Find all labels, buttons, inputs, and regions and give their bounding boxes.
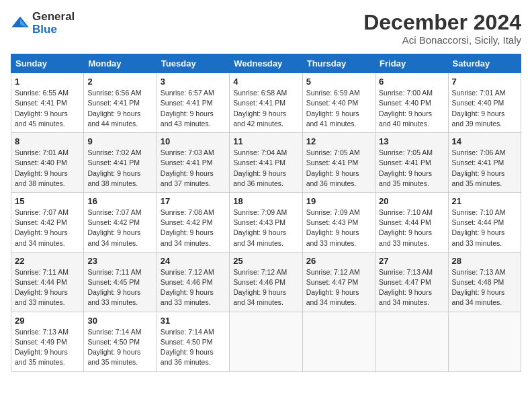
calendar-cell: 29 Sunrise: 7:13 AMSunset: 4:49 PMDaylig… bbox=[11, 312, 84, 371]
day-number: 1 bbox=[15, 77, 80, 87]
day-number: 8 bbox=[15, 136, 80, 146]
day-number: 30 bbox=[87, 316, 152, 326]
day-info: Sunrise: 7:06 AMSunset: 4:41 PMDaylight:… bbox=[452, 148, 517, 189]
calendar-cell: 27 Sunrise: 7:13 AMSunset: 4:47 PMDaylig… bbox=[375, 252, 448, 312]
header-sunday: Sunday bbox=[11, 54, 84, 73]
calendar-cell: 30 Sunrise: 7:14 AMSunset: 4:50 PMDaylig… bbox=[84, 312, 157, 371]
day-info: Sunrise: 7:02 AMSunset: 4:41 PMDaylight:… bbox=[87, 148, 152, 189]
day-number: 15 bbox=[15, 196, 80, 206]
calendar-cell: 28 Sunrise: 7:13 AMSunset: 4:48 PMDaylig… bbox=[448, 252, 521, 312]
calendar-week-5: 29 Sunrise: 7:13 AMSunset: 4:49 PMDaylig… bbox=[11, 312, 521, 371]
day-info: Sunrise: 7:01 AMSunset: 4:40 PMDaylight:… bbox=[15, 148, 80, 189]
day-info: Sunrise: 6:58 AMSunset: 4:41 PMDaylight:… bbox=[233, 88, 298, 129]
day-number: 31 bbox=[161, 316, 226, 326]
calendar-week-1: 1 Sunrise: 6:55 AMSunset: 4:41 PMDayligh… bbox=[11, 73, 521, 133]
day-info: Sunrise: 7:00 AMSunset: 4:40 PMDaylight:… bbox=[379, 88, 444, 129]
day-number: 26 bbox=[306, 256, 371, 266]
day-number: 7 bbox=[452, 77, 517, 87]
calendar-cell: 2 Sunrise: 6:56 AMSunset: 4:41 PMDayligh… bbox=[84, 73, 157, 133]
day-number: 21 bbox=[452, 196, 517, 206]
day-info: Sunrise: 7:07 AMSunset: 4:42 PMDaylight:… bbox=[87, 208, 152, 248]
day-info: Sunrise: 6:59 AMSunset: 4:40 PMDaylight:… bbox=[306, 88, 371, 129]
day-info: Sunrise: 7:05 AMSunset: 4:41 PMDaylight:… bbox=[379, 148, 444, 189]
calendar-subtitle: Aci Bonaccorsi, Sicily, Italy bbox=[363, 34, 521, 46]
day-number: 29 bbox=[15, 316, 80, 326]
calendar-cell: 16 Sunrise: 7:07 AMSunset: 4:42 PMDaylig… bbox=[84, 192, 157, 252]
day-info: Sunrise: 7:12 AMSunset: 4:46 PMDaylight:… bbox=[233, 267, 298, 308]
day-info: Sunrise: 7:14 AMSunset: 4:50 PMDaylight:… bbox=[87, 327, 152, 368]
calendar-cell: 12 Sunrise: 7:05 AMSunset: 4:41 PMDaylig… bbox=[302, 133, 375, 193]
day-info: Sunrise: 7:14 AMSunset: 4:50 PMDaylight:… bbox=[161, 327, 226, 368]
calendar-week-4: 22 Sunrise: 7:11 AMSunset: 4:44 PMDaylig… bbox=[11, 252, 521, 312]
calendar-cell: 9 Sunrise: 7:02 AMSunset: 4:41 PMDayligh… bbox=[84, 133, 157, 193]
calendar-cell: 18 Sunrise: 7:09 AMSunset: 4:43 PMDaylig… bbox=[230, 192, 302, 252]
calendar-cell bbox=[375, 312, 448, 371]
logo: General Blue bbox=[11, 11, 75, 36]
header-saturday: Saturday bbox=[448, 54, 521, 73]
day-number: 20 bbox=[379, 196, 444, 206]
header-wednesday: Wednesday bbox=[230, 54, 302, 73]
day-info: Sunrise: 7:13 AMSunset: 4:49 PMDaylight:… bbox=[15, 327, 80, 368]
day-info: Sunrise: 7:08 AMSunset: 4:42 PMDaylight:… bbox=[161, 208, 226, 248]
calendar-cell: 14 Sunrise: 7:06 AMSunset: 4:41 PMDaylig… bbox=[448, 133, 521, 193]
calendar-cell: 22 Sunrise: 7:11 AMSunset: 4:44 PMDaylig… bbox=[11, 252, 84, 312]
day-number: 14 bbox=[452, 136, 517, 146]
logo-icon bbox=[11, 14, 30, 33]
calendar-cell: 26 Sunrise: 7:12 AMSunset: 4:47 PMDaylig… bbox=[302, 252, 375, 312]
day-info: Sunrise: 7:11 AMSunset: 4:45 PMDaylight:… bbox=[87, 267, 152, 308]
calendar-cell: 6 Sunrise: 7:00 AMSunset: 4:40 PMDayligh… bbox=[375, 73, 448, 133]
day-info: Sunrise: 7:09 AMSunset: 4:43 PMDaylight:… bbox=[306, 208, 371, 248]
day-info: Sunrise: 6:57 AMSunset: 4:41 PMDaylight:… bbox=[161, 88, 226, 129]
day-number: 18 bbox=[233, 196, 298, 206]
day-number: 9 bbox=[87, 136, 152, 146]
header-monday: Monday bbox=[84, 54, 157, 73]
logo-blue-text: Blue bbox=[32, 24, 75, 36]
title-block: December 2024 Aci Bonaccorsi, Sicily, It… bbox=[363, 11, 521, 46]
day-number: 12 bbox=[306, 136, 371, 146]
day-number: 19 bbox=[306, 196, 371, 206]
header-tuesday: Tuesday bbox=[157, 54, 229, 73]
calendar-cell: 10 Sunrise: 7:03 AMSunset: 4:41 PMDaylig… bbox=[157, 133, 229, 193]
day-info: Sunrise: 7:01 AMSunset: 4:40 PMDaylight:… bbox=[452, 88, 517, 129]
day-number: 5 bbox=[306, 77, 371, 87]
day-number: 22 bbox=[15, 256, 80, 266]
day-number: 16 bbox=[87, 196, 152, 206]
calendar-cell: 21 Sunrise: 7:10 AMSunset: 4:44 PMDaylig… bbox=[448, 192, 521, 252]
day-number: 17 bbox=[161, 196, 226, 206]
day-number: 4 bbox=[233, 77, 298, 87]
calendar-cell: 4 Sunrise: 6:58 AMSunset: 4:41 PMDayligh… bbox=[230, 73, 302, 133]
calendar-cell: 17 Sunrise: 7:08 AMSunset: 4:42 PMDaylig… bbox=[157, 192, 229, 252]
day-number: 25 bbox=[233, 256, 298, 266]
day-number: 23 bbox=[87, 256, 152, 266]
calendar-cell: 15 Sunrise: 7:07 AMSunset: 4:42 PMDaylig… bbox=[11, 192, 84, 252]
calendar-cell: 11 Sunrise: 7:04 AMSunset: 4:41 PMDaylig… bbox=[230, 133, 302, 193]
calendar-cell: 31 Sunrise: 7:14 AMSunset: 4:50 PMDaylig… bbox=[157, 312, 229, 371]
day-info: Sunrise: 7:13 AMSunset: 4:47 PMDaylight:… bbox=[379, 267, 444, 308]
calendar-week-2: 8 Sunrise: 7:01 AMSunset: 4:40 PMDayligh… bbox=[11, 133, 521, 193]
calendar-cell: 1 Sunrise: 6:55 AMSunset: 4:41 PMDayligh… bbox=[11, 73, 84, 133]
calendar-cell: 5 Sunrise: 6:59 AMSunset: 4:40 PMDayligh… bbox=[302, 73, 375, 133]
day-number: 6 bbox=[379, 77, 444, 87]
day-number: 2 bbox=[87, 77, 152, 87]
day-number: 13 bbox=[379, 136, 444, 146]
day-info: Sunrise: 7:12 AMSunset: 4:47 PMDaylight:… bbox=[306, 267, 371, 308]
day-info: Sunrise: 7:05 AMSunset: 4:41 PMDaylight:… bbox=[306, 148, 371, 189]
calendar-title: December 2024 bbox=[363, 11, 521, 34]
calendar-header: Sunday Monday Tuesday Wednesday Thursday… bbox=[11, 54, 521, 73]
day-number: 11 bbox=[233, 136, 298, 146]
calendar-week-3: 15 Sunrise: 7:07 AMSunset: 4:42 PMDaylig… bbox=[11, 192, 521, 252]
calendar-cell: 7 Sunrise: 7:01 AMSunset: 4:40 PMDayligh… bbox=[448, 73, 521, 133]
day-info: Sunrise: 6:55 AMSunset: 4:41 PMDaylight:… bbox=[15, 88, 80, 129]
day-info: Sunrise: 7:04 AMSunset: 4:41 PMDaylight:… bbox=[233, 148, 298, 189]
calendar-cell: 8 Sunrise: 7:01 AMSunset: 4:40 PMDayligh… bbox=[11, 133, 84, 193]
page-header: General Blue December 2024 Aci Bonaccors… bbox=[11, 11, 521, 46]
day-info: Sunrise: 7:13 AMSunset: 4:48 PMDaylight:… bbox=[452, 267, 517, 308]
calendar-cell bbox=[302, 312, 375, 371]
calendar-cell: 19 Sunrise: 7:09 AMSunset: 4:43 PMDaylig… bbox=[302, 192, 375, 252]
header-thursday: Thursday bbox=[302, 54, 375, 73]
day-number: 27 bbox=[379, 256, 444, 266]
calendar-cell bbox=[230, 312, 302, 371]
calendar-cell: 3 Sunrise: 6:57 AMSunset: 4:41 PMDayligh… bbox=[157, 73, 229, 133]
calendar-cell bbox=[448, 312, 521, 371]
day-info: Sunrise: 7:09 AMSunset: 4:43 PMDaylight:… bbox=[233, 208, 298, 248]
